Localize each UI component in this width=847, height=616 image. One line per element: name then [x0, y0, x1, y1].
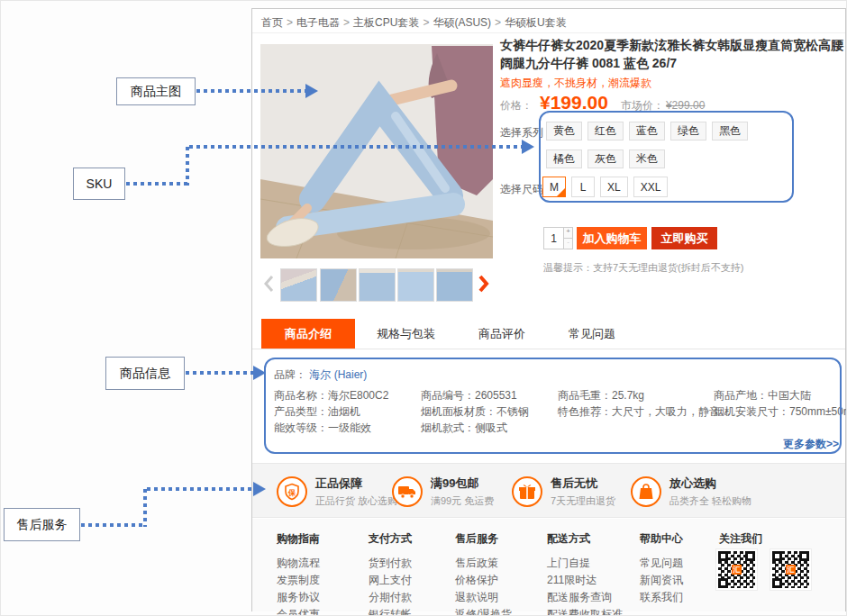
size-option-button[interactable]: L: [571, 177, 595, 197]
footer-link[interactable]: 211限时达: [547, 572, 623, 589]
footer-link[interactable]: 常见问题: [640, 555, 683, 572]
gift-icon: [512, 476, 542, 507]
footer-link[interactable]: 返修/退换货: [455, 606, 512, 616]
service-desc: 满99元 免运费: [431, 494, 494, 508]
footer-column-4: 配送方式上门自提211限时达配送服务查询配送费收取标准海外配送: [547, 531, 623, 616]
info-key: 烟机安装尺寸：: [714, 405, 789, 418]
footer-link[interactable]: 新闻资讯: [640, 572, 683, 589]
series-option-button[interactable]: 红色: [587, 122, 624, 140]
footer-link[interactable]: 配送服务查询: [547, 589, 623, 606]
series-option-button[interactable]: 橘色: [546, 149, 582, 168]
series-option-button[interactable]: 黑色: [712, 122, 748, 140]
annotation-label-text: 售后服务: [17, 517, 68, 533]
footer-link[interactable]: 上门自提: [547, 555, 623, 572]
size-option-button[interactable]: XXL: [633, 177, 669, 197]
annotation-arrow-line: [186, 147, 189, 186]
thumbnail-3[interactable]: [359, 268, 396, 302]
price-row: 价格： ¥199.00 市场价： ¥299.00: [500, 92, 705, 113]
breadcrumb-item-3[interactable]: 主板CPU套装: [353, 16, 419, 29]
thumbnail-1[interactable]: [280, 268, 317, 302]
footer-link[interactable]: 联系我们: [640, 589, 683, 606]
breadcrumb-item-5[interactable]: 华硕板U套装: [505, 16, 567, 29]
breadcrumb-separator: >: [423, 16, 429, 29]
service-guarantee-band: 保正品保障正品行货 放心选购满99包邮满99元 免运费售后无忧7天无理由退货放心…: [252, 463, 845, 518]
info-value: 海尔E800C2: [328, 389, 388, 402]
tab-3[interactable]: 商品评价: [457, 319, 547, 349]
thumbs-prev-icon[interactable]: [262, 274, 275, 294]
footer-link[interactable]: 会员优惠: [277, 606, 320, 616]
annotation-arrow-line: [81, 523, 145, 527]
info-column-3: 商品毛重：25.7kg特色推荐：大尺寸，大吸力，静音…: [558, 387, 731, 420]
product-promo-text: 遮肉显瘦，不挑身材，潮流爆款: [500, 76, 651, 91]
series-option-button[interactable]: 灰色: [587, 149, 624, 168]
info-row: 商品编号：2605531: [421, 387, 529, 403]
thumbs-next-icon[interactable]: [478, 274, 490, 294]
info-column-4: 商品产地：中国大陆烟机安装尺寸：750mm±50mm（烟…: [714, 387, 847, 420]
service-title: 正品保障: [315, 476, 397, 492]
info-value: 25.7kg: [612, 389, 644, 402]
brand-row: 品牌： 海尔 (Haier): [274, 367, 367, 383]
series-option-button[interactable]: 绿色: [670, 122, 706, 140]
series-option-button[interactable]: 米色: [629, 149, 665, 168]
annotation-arrowhead: [522, 140, 534, 154]
footer-link[interactable]: 服务协议: [277, 589, 320, 606]
thumbnail-5[interactable]: [436, 268, 473, 302]
breadcrumb-item-2[interactable]: 电子电器: [296, 16, 340, 29]
breadcrumb-separator: >: [287, 16, 293, 29]
info-value: 中国大陆: [768, 389, 811, 402]
size-option-button[interactable]: XL: [600, 177, 628, 197]
info-value: 2605531: [475, 389, 517, 402]
divider: [252, 32, 845, 33]
tab-4[interactable]: 常见问题: [547, 319, 637, 349]
annotation-label-product-info: 商品信息: [105, 357, 185, 390]
buy-now-button[interactable]: 立即购买: [651, 227, 717, 249]
footer-link[interactable]: 发票制度: [277, 572, 320, 589]
footer-link[interactable]: 购物流程: [277, 555, 320, 572]
footer-link[interactable]: 配送费收取标准: [547, 606, 623, 616]
price-label: 价格：: [500, 98, 533, 113]
annotation-label-text: 商品信息: [120, 366, 170, 382]
tab-2[interactable]: 规格与包装: [355, 319, 457, 349]
footer-link[interactable]: 网上支付: [369, 572, 412, 589]
screenshot-canvas: 商品主图 SKU 商品信息 售后服务 首页>电子电器>主板CPU套装>华硕(AS…: [0, 0, 847, 616]
footer-link[interactable]: 货到付款: [369, 555, 412, 572]
footer-link[interactable]: 退款说明: [455, 589, 512, 606]
footer-column-3: 售后服务售后政策价格保护退款说明返修/退换货取消订单: [455, 531, 512, 616]
quantity-decrease-button[interactable]: -: [564, 239, 573, 249]
breadcrumb-item-1[interactable]: 首页: [261, 16, 283, 29]
info-value: 侧吸式: [475, 421, 507, 434]
svg-text:保: 保: [287, 488, 296, 497]
market-price-label: 市场价：: [621, 98, 664, 113]
footer-link[interactable]: 价格保护: [455, 572, 512, 589]
info-value: 油烟机: [328, 405, 360, 418]
footer-link[interactable]: 分期付款: [369, 589, 412, 606]
footer-link[interactable]: 售后政策: [455, 555, 512, 572]
info-row: 烟机款式：侧吸式: [421, 420, 529, 436]
more-params-link[interactable]: 更多参数>>: [783, 437, 839, 452]
info-key: 商品编号：: [421, 389, 475, 402]
thumbnail-4[interactable]: [397, 268, 434, 302]
market-price-value: ¥299.00: [666, 99, 705, 112]
brand-link[interactable]: 海尔 (Haier): [309, 368, 367, 381]
thumbnail-strip: [260, 267, 493, 303]
size-option-button[interactable]: M: [542, 177, 566, 197]
breadcrumb: 首页>电子电器>主板CPU套装>华硕(ASUS)>华硕板U套装: [261, 15, 567, 31]
qr-logo: 汇: [786, 565, 796, 575]
info-key: 烟机面板材质：: [421, 405, 496, 418]
tab-1[interactable]: 商品介绍: [261, 319, 355, 349]
info-key: 商品毛重：: [558, 389, 612, 402]
breadcrumb-item-4[interactable]: 华硕(ASUS): [433, 16, 491, 29]
series-options: 黄色红色蓝色绿色黑色橘色灰色米色: [546, 122, 771, 177]
footer-link[interactable]: 银行转帐: [369, 606, 412, 616]
service-item-2: 满99包邮满99元 免运费: [392, 476, 494, 508]
add-to-cart-button[interactable]: 加入购物车: [577, 227, 647, 249]
qr-marker: [799, 551, 809, 561]
quantity-input[interactable]: 1: [543, 227, 564, 249]
info-key: 特色推荐：: [558, 405, 612, 418]
series-option-button[interactable]: 黄色: [546, 122, 582, 140]
product-main-image[interactable]: [260, 44, 493, 258]
series-option-button[interactable]: 蓝色: [629, 122, 665, 140]
info-key: 产品类型：: [274, 405, 328, 418]
footer-column-title: 购物指南: [277, 531, 320, 547]
thumbnail-2[interactable]: [320, 268, 357, 302]
